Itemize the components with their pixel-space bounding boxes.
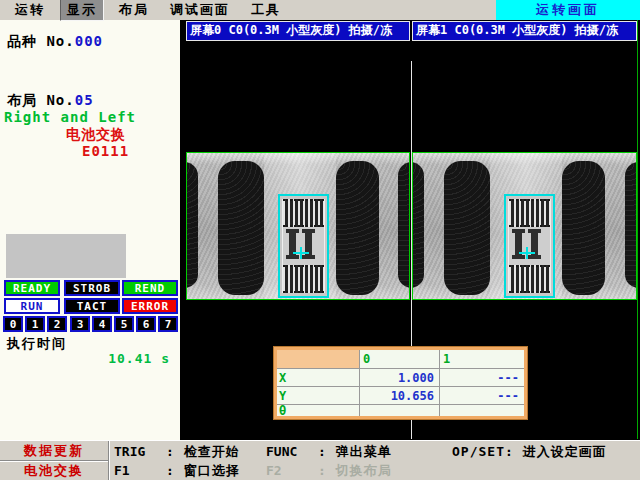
- dark-slot-right-edge: [398, 162, 410, 288]
- hint-trig: TRIG: 检查开始: [114, 443, 240, 460]
- table-row: Y 10.656 ---: [277, 387, 524, 405]
- table-row: θ: [277, 405, 524, 416]
- menu-item-layout[interactable]: 布局: [113, 0, 155, 20]
- camera-1-image[interactable]: [412, 152, 637, 300]
- layout-label: 布局 No.: [7, 92, 75, 108]
- crosshair-icon: [526, 247, 528, 259]
- camera-indicator-1: 1: [25, 316, 45, 332]
- hint-func-label: : 弹出菜单: [318, 444, 392, 459]
- row-x-label: X: [277, 369, 360, 387]
- hint-f1-label: : 窗口选择: [166, 463, 240, 478]
- camera-indicator-2: 2: [47, 316, 67, 332]
- layout-name: Right and Left: [4, 109, 136, 125]
- row-y-value-1: ---: [440, 387, 524, 405]
- component-grid-bottom: [283, 265, 324, 293]
- component-grid-top: [509, 199, 550, 227]
- result-table-col-1: 1: [440, 350, 524, 369]
- dark-slot-right: [562, 161, 605, 295]
- row-x-value-1: ---: [440, 369, 524, 387]
- status-panel: 品种 No.000 布局 No.05 Right and Left 电池交换 E…: [0, 20, 183, 440]
- hint-opset: OP/SET: 进入设定画面: [452, 443, 607, 460]
- blank-display-box: [6, 234, 126, 278]
- lamp-run: RUN: [4, 298, 60, 314]
- inspection-region-box: [504, 194, 555, 298]
- camera-0-header: 屏幕0 C0(0.3M 小型灰度) 拍摄/冻: [186, 21, 410, 41]
- menu-item-display[interactable]: 显示: [60, 0, 104, 21]
- hint-f1: F1: 窗口选择: [114, 462, 240, 479]
- dark-slot-right: [336, 161, 379, 295]
- hint-func-key: FUNC: [266, 443, 318, 460]
- dark-slot-left-edge: [412, 162, 424, 288]
- camera-indicator-6: 6: [136, 316, 156, 332]
- component-grid-bottom: [509, 265, 550, 293]
- row-theta-value-1: [440, 405, 524, 416]
- hint-trig-key: TRIG: [114, 443, 166, 460]
- result-table-col-0: 0: [360, 350, 440, 369]
- inspection-region-box: [278, 194, 329, 298]
- product-number-value: 000: [75, 33, 103, 49]
- product-label: 品种 No.: [7, 33, 75, 49]
- camera-indicator-5: 5: [114, 316, 134, 332]
- hint-opset-label: 进入设定画面: [523, 444, 607, 459]
- row-theta-label: θ: [277, 405, 360, 416]
- dark-slot-right-edge: [625, 162, 637, 288]
- menu-item-run[interactable]: 运转: [9, 0, 51, 20]
- result-table: 0 1 X 1.000 --- Y 10.656 --- θ: [274, 347, 527, 419]
- battery-warning-text: 电池交换: [66, 126, 126, 144]
- hint-f2-key: F2: [266, 462, 318, 479]
- result-table-header-row: 0 1: [277, 350, 524, 369]
- lamp-tact: TACT: [64, 298, 120, 314]
- hint-func: FUNC: 弹出菜单: [266, 443, 392, 460]
- camera-indicator-3: 3: [70, 316, 90, 332]
- layout-number-line: 布局 No.05: [7, 92, 94, 110]
- hint-f2-label: : 切换布局: [318, 463, 392, 478]
- dark-slot-left: [444, 161, 490, 295]
- exec-time-value: 10.41 s: [108, 351, 170, 366]
- lamp-error: ERROR: [122, 298, 178, 314]
- dark-slot-left-edge: [186, 162, 198, 288]
- menu-bar: 运转 显示 布局 调试画面 工具 运转画面: [0, 0, 640, 20]
- hint-opset-key: OP/SET:: [452, 444, 514, 459]
- function-hint-bar: 数据更新 电池交换 TRIG: 检查开始 F1: 窗口选择 FUNC: 弹出菜单…: [0, 440, 640, 480]
- data-update-indicator: 数据更新: [0, 441, 108, 461]
- camera-indicator-0: 0: [3, 316, 23, 332]
- menu-item-tools[interactable]: 工具: [245, 0, 287, 20]
- dark-slot-left: [218, 161, 264, 295]
- crosshair-icon: [300, 247, 302, 259]
- row-theta-value-0: [360, 405, 440, 416]
- current-screen-badge: 运转画面: [496, 0, 640, 20]
- hint-bar-left-column: 数据更新 电池交换: [0, 441, 109, 480]
- row-y-value-0: 10.656: [360, 387, 440, 405]
- hint-f2: F2: 切换布局: [266, 462, 392, 479]
- camera-indicator-7: 7: [158, 316, 178, 332]
- camera-1-header: 屏幕1 C0(0.3M 小型灰度) 拍摄/冻: [412, 21, 637, 41]
- camera-indicator-4: 4: [92, 316, 112, 332]
- camera-0-image[interactable]: [186, 152, 410, 300]
- lamp-strob: STROB: [64, 280, 120, 296]
- product-number-line: 品种 No.000: [7, 33, 103, 51]
- layout-number-value: 05: [75, 92, 94, 108]
- hint-f1-key: F1: [114, 462, 166, 479]
- table-row: X 1.000 ---: [277, 369, 524, 387]
- exec-time-label: 执行时间: [7, 335, 67, 353]
- vision-system-screen: 运转 显示 布局 调试画面 工具 运转画面 品种 No.000 布局 No.05…: [0, 0, 640, 480]
- hint-trig-label: : 检查开始: [166, 444, 240, 459]
- result-table-corner-cell: [277, 350, 360, 369]
- row-x-value-0: 1.000: [360, 369, 440, 387]
- menu-item-debug-screen[interactable]: 调试画面: [164, 0, 236, 20]
- component-grid-top: [283, 199, 324, 227]
- row-y-label: Y: [277, 387, 360, 405]
- battery-exchange-indicator: 电池交换: [0, 461, 108, 480]
- lamp-rend: REND: [122, 280, 178, 296]
- error-code-text: E0111: [82, 143, 129, 159]
- lamp-ready: READY: [4, 280, 60, 296]
